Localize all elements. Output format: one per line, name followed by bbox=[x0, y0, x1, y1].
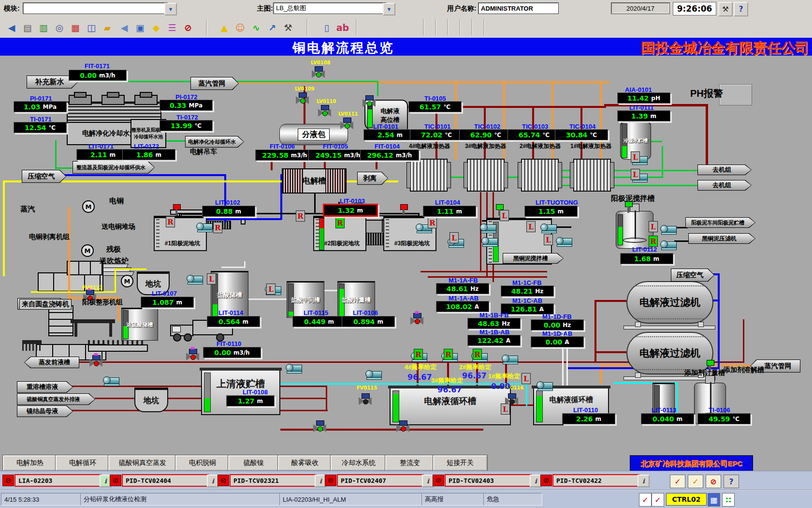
tab-电解加热[interactable]: 电解加热 bbox=[3, 455, 57, 471]
help-button[interactable]: ? bbox=[734, 2, 748, 16]
alarm-tag-field[interactable]: PID-TCV02422 bbox=[552, 474, 639, 487]
tools-button[interactable]: ⚒ bbox=[718, 2, 733, 16]
exit-icon[interactable]: ◀ bbox=[4, 20, 19, 35]
pump[interactable] bbox=[187, 274, 203, 284]
main-map-input[interactable] bbox=[274, 3, 386, 14]
alarm-block-icon[interactable]: ⊘ bbox=[433, 475, 444, 486]
pump[interactable] bbox=[660, 224, 677, 235]
tab-电积脱铜[interactable]: 电积脱铜 bbox=[175, 455, 230, 471]
setpoint-value[interactable]: 0.00 bbox=[491, 382, 510, 391]
readout-LIT-0104[interactable]: 1.11m bbox=[423, 206, 476, 217]
chart-icon[interactable]: ↗ bbox=[264, 20, 280, 35]
deltav-icon[interactable]: ▲ bbox=[217, 20, 232, 35]
map-dropdown-button[interactable]: ▼ bbox=[383, 3, 395, 15]
readout-LIT-0101[interactable]: 2.54m bbox=[363, 129, 417, 140]
alarm-tag-field[interactable]: PID-TCV02403 bbox=[445, 474, 532, 487]
pump[interactable] bbox=[556, 237, 572, 247]
status-indicator-R[interactable]: R bbox=[444, 349, 453, 360]
tab-酸雾吸收[interactable]: 酸雾吸收 bbox=[278, 455, 332, 471]
readout-LIT-0107[interactable]: 1.087m bbox=[141, 297, 194, 308]
status-indicator-R[interactable]: R bbox=[213, 222, 222, 233]
readout-PI-0172[interactable]: 0.33MPa bbox=[160, 100, 213, 111]
status-indicator-L[interactable]: L bbox=[544, 234, 553, 245]
pump[interactable] bbox=[365, 370, 382, 380]
control-valve[interactable] bbox=[313, 420, 326, 433]
user-input[interactable] bbox=[478, 3, 558, 14]
status-indicator-R[interactable]: R bbox=[473, 349, 482, 360]
status-indicator-L[interactable]: L bbox=[526, 221, 536, 232]
pump[interactable] bbox=[660, 240, 677, 250]
status-indicator-L[interactable]: L bbox=[500, 210, 509, 221]
alarm-info-button[interactable]: i bbox=[638, 475, 650, 487]
readout-LIT-0172[interactable]: 1.86m bbox=[122, 149, 175, 160]
control-valve[interactable] bbox=[359, 393, 372, 406]
readout-LIT-0171[interactable]: 2.11m bbox=[76, 149, 130, 160]
flow-arrow[interactable]: 剥离 bbox=[357, 172, 388, 185]
readout-LIT-0115[interactable]: 0.449m bbox=[292, 316, 346, 327]
flow-arrow[interactable]: 电解净化冷却循环水 bbox=[185, 136, 244, 148]
flow-arrow[interactable]: 整流器及阳极泥冷却循环供水 bbox=[72, 161, 155, 174]
control-valve[interactable] bbox=[340, 117, 353, 130]
alarm-bell-icon[interactable]: ◆ bbox=[148, 20, 164, 35]
tags-icon[interactable]: ◫ bbox=[84, 20, 99, 35]
pump[interactable] bbox=[536, 381, 553, 391]
alarm-block-icon[interactable]: ⊘ bbox=[325, 475, 336, 486]
status-indicator-L[interactable]: L bbox=[450, 232, 459, 243]
readout-M1-1D-AB[interactable]: 0.00A bbox=[531, 336, 584, 347]
readout-FIT-0106[interactable]: 229.58m3/h bbox=[255, 149, 314, 161]
readout-M1-1A-AB[interactable]: 108.02A bbox=[436, 301, 489, 312]
flow-arrow[interactable]: 压缩空气 bbox=[22, 170, 66, 183]
tab-冷却水系统[interactable]: 冷却水系统 bbox=[331, 455, 387, 471]
readout-LIT-0106[interactable]: 0.894m bbox=[342, 316, 395, 327]
status-indicator-R[interactable]: R bbox=[296, 210, 305, 222]
motor-icon[interactable] bbox=[82, 200, 95, 213]
status-indicator-L[interactable]: L bbox=[266, 284, 276, 295]
help-icon[interactable]: ? bbox=[724, 475, 739, 488]
inhibit-alarm-icon[interactable]: ⊘ bbox=[706, 475, 721, 488]
readout-FIT-0105[interactable]: 249.15m3/h bbox=[308, 149, 367, 161]
flow-arrow[interactable]: 压缩空气 bbox=[671, 269, 714, 282]
status-indicator-L[interactable]: L bbox=[522, 373, 531, 384]
control-valve[interactable] bbox=[410, 313, 423, 326]
keyboard-icon[interactable]: ▦ bbox=[708, 493, 720, 507]
alarm-tag-field[interactable]: PID-TCV02404 bbox=[122, 474, 209, 487]
tab-整流变[interactable]: 整流变 bbox=[385, 455, 435, 471]
flow-arrow[interactable]: 去机组 bbox=[697, 164, 752, 175]
alarm-block-icon[interactable]: ⊘ bbox=[2, 475, 14, 486]
flow-arrow[interactable]: 黑铜泥搅拌槽 bbox=[503, 253, 564, 264]
readout-M1-1D-FB[interactable]: 0.00Hz bbox=[531, 319, 584, 330]
status-indicator-R[interactable]: R bbox=[414, 349, 423, 360]
status-indicator-R[interactable]: R bbox=[428, 217, 437, 228]
pump[interactable] bbox=[502, 354, 518, 364]
readout-TI-0172[interactable]: 13.99℃ bbox=[160, 120, 213, 131]
ack-alarm-icon[interactable]: ✓ bbox=[670, 475, 685, 488]
readout-LIT-0102[interactable]: 0.88m bbox=[202, 206, 255, 217]
alarm-block-icon[interactable]: ⊘ bbox=[540, 475, 552, 486]
ack-page-icon[interactable]: ✓ bbox=[688, 475, 703, 488]
status-indicator-L[interactable]: L bbox=[649, 221, 658, 232]
print-icon[interactable]: ▤ bbox=[20, 20, 35, 35]
cubes-icon[interactable]: ▦ bbox=[68, 20, 83, 35]
readout-M1-1B-AB[interactable]: 122.42A bbox=[467, 335, 521, 346]
readout-M1-1B-FB[interactable]: 48.63Hz bbox=[467, 318, 521, 329]
flow-arrow[interactable]: 镍结晶母液 bbox=[17, 405, 73, 417]
readout-LIT-0103[interactable]: 1.32m bbox=[323, 204, 378, 217]
flow-arrow[interactable]: 阳极泥车间阳极泥贮槽 bbox=[685, 217, 755, 228]
readout-TIC-0101[interactable]: 72.02℃ bbox=[410, 129, 463, 140]
control-valve[interactable] bbox=[296, 92, 309, 105]
readout-TI-0105[interactable]: 61.57℃ bbox=[408, 101, 462, 112]
readout-M1-1A-FB[interactable]: 48.61Hz bbox=[436, 283, 489, 294]
readout-TIC-0102[interactable]: 62.90℃ bbox=[459, 129, 512, 140]
readout-LIT-0110[interactable]: 2.26m bbox=[562, 413, 615, 424]
find-preview-icon[interactable]: ◎ bbox=[52, 20, 67, 35]
back-icon[interactable]: ◀ bbox=[116, 20, 132, 35]
pump[interactable] bbox=[480, 223, 496, 233]
status-indicator-R[interactable]: R bbox=[335, 217, 345, 228]
trend-ack2-icon[interactable]: ✓ bbox=[652, 493, 664, 507]
trend-ack-icon[interactable]: ✓ bbox=[639, 493, 652, 507]
control-valve[interactable] bbox=[362, 95, 376, 108]
tab-电解循环[interactable]: 电解循环 bbox=[56, 455, 110, 471]
readout-LIT-0114[interactable]: 0.564m bbox=[207, 316, 260, 327]
flow-arrow[interactable]: 硫酸铜真空蒸发外排液 bbox=[17, 393, 95, 405]
flow-arrow[interactable]: 蒸汽管网 bbox=[190, 77, 239, 90]
